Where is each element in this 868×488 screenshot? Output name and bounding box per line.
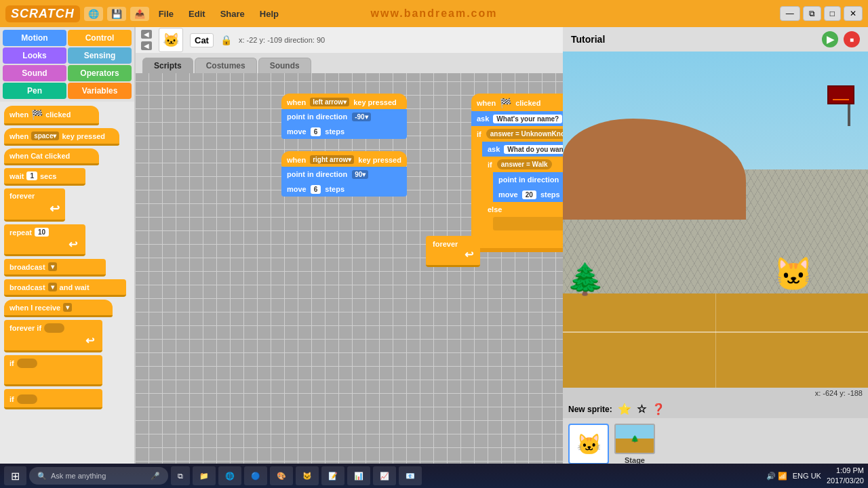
main-content: Motion Control Looks Sensing Sound Opera… [0, 27, 868, 488]
sprite-thumbnail: 🐱 [159, 28, 183, 52]
task-view-btn[interactable]: ⧉ [171, 466, 190, 485]
outlook-btn[interactable]: 📧 [399, 466, 422, 485]
block-move-6-steps-2[interactable]: move 6 steps [281, 182, 407, 197]
topbar-title: www.bandream.com [371, 7, 498, 20]
cat-looks[interactable]: Looks [3, 47, 66, 64]
globe-icon[interactable]: 🌐 [84, 7, 103, 21]
file-explorer-btn[interactable]: 📁 [193, 466, 216, 485]
block-point-90[interactable]: point in direction 90▾ [493, 172, 563, 187]
block-forever-canvas[interactable]: forever ↩ [426, 236, 480, 267]
tab-scripts[interactable]: Scripts [142, 58, 193, 73]
upload-icon[interactable]: 📤 [130, 7, 149, 21]
block-when-right-arrow[interactable]: when right arrow▾ key pressed [281, 151, 407, 167]
photoshop-btn[interactable]: 🎨 [270, 466, 293, 485]
script-canvas[interactable]: when left arrow▾ key pressed point in di… [136, 73, 563, 488]
star-icon-1[interactable]: ⭐ [618, 403, 631, 415]
stage-preview: 🌲 🐱 [563, 52, 868, 388]
block-move-6-steps-1[interactable]: move 6 steps [281, 124, 407, 139]
mic-icon[interactable]: 🎤 [151, 472, 160, 481]
window-maximize[interactable]: □ [824, 6, 841, 21]
cat-operators[interactable]: Operators [68, 65, 132, 81]
sprite-name[interactable]: Cat [190, 33, 214, 47]
window-minimize[interactable]: — [780, 6, 800, 21]
menu-help[interactable]: Help [254, 6, 284, 22]
block-when-left-arrow[interactable]: when left arrow▾ key pressed [281, 94, 407, 109]
block-when-flag-clicked[interactable]: when🏁clicked [4, 106, 99, 125]
cat-pen[interactable]: Pen [3, 83, 66, 99]
question-icon[interactable]: ❓ [652, 403, 665, 415]
center-panel: ◀ ◀ 🐱 Cat 🔒 x: -22 y: -109 direction: 90… [136, 27, 563, 488]
taskbar: ⊞ 🔍 Ask me anything 🎤 ⧉ 📁 🌐 🔵 🎨 🐱 📝 📊 📈 … [0, 464, 868, 488]
top-right-buttons: — ⧉ □ ✕ [780, 6, 863, 21]
view-toggle-2[interactable]: ◀ [141, 41, 152, 50]
stage-coordinates: x: -624 y: -188 [563, 388, 868, 400]
block-when-receive[interactable]: when I receive▾ [4, 300, 113, 317]
tab-costumes[interactable]: Costumes [195, 58, 257, 73]
block-point-dir-neg90[interactable]: point in direction -90▾ [281, 109, 407, 124]
script-group-ask: when 🏁 clicked ask What's your name? and… [471, 94, 563, 252]
script-group-right-arrow: when right arrow▾ key pressed point in d… [281, 151, 407, 197]
block-if[interactable]: if [4, 355, 102, 386]
court-floor [563, 293, 868, 388]
block-ask-what[interactable]: ask What do you want me to do? and wait [482, 142, 563, 157]
chrome-btn[interactable]: 🔵 [244, 466, 267, 485]
tab-sounds[interactable]: Sounds [258, 58, 311, 73]
block-forever-left[interactable]: forever ↩ [4, 188, 65, 222]
tutorial-title: Tutorial [571, 34, 605, 45]
cat-motion[interactable]: Motion [3, 30, 66, 46]
ppt-icon: 📈 [380, 472, 389, 481]
cat-variables[interactable]: Variables [68, 83, 132, 99]
edge-btn[interactable]: 🌐 [218, 466, 241, 485]
window-close[interactable]: ✕ [844, 6, 863, 21]
save-icon[interactable]: 💾 [107, 7, 126, 21]
menu-edit[interactable]: Edit [183, 6, 211, 22]
start-button[interactable]: ⊞ [4, 466, 26, 485]
sys-icons: 🔊 📶 [766, 472, 787, 481]
block-when-clicked-main[interactable]: when 🏁 clicked [471, 94, 563, 111]
view-toggle-1[interactable]: ◀ [141, 30, 152, 39]
categories-panel: Motion Control Looks Sensing Sound Opera… [0, 27, 134, 102]
sprite-header: ◀ ◀ 🐱 Cat 🔒 x: -22 y: -109 direction: 90 [136, 27, 563, 53]
word-icon: 📝 [328, 472, 338, 481]
empty-slot-1 [493, 217, 563, 230]
block-ask-name[interactable]: ask What's your name? and wait [471, 111, 563, 126]
block-move-20[interactable]: move 20 steps [493, 187, 563, 202]
tabs-bar: Scripts Costumes Sounds [136, 53, 563, 73]
chrome-icon: 🔵 [251, 472, 260, 481]
script-group-forever: forever ↩ [426, 236, 480, 267]
window-restore[interactable]: ⧉ [803, 6, 821, 21]
cat-control[interactable]: Control [68, 30, 132, 46]
blocks-area: when🏁clicked whenspace▾key pressed when … [0, 102, 134, 488]
block-when-sprite-clicked[interactable]: when Cat clicked [4, 148, 99, 165]
word-btn[interactable]: 📝 [321, 466, 344, 485]
block-broadcast[interactable]: broadcast▾ [4, 259, 106, 277]
date-display: 2017/03/20 [827, 476, 864, 486]
scratch-logo: SCRATCH [5, 5, 80, 22]
cat-sound[interactable]: Sound [3, 65, 66, 81]
block-broadcast-wait[interactable]: broadcast▾and wait [4, 279, 126, 297]
block-point-dir-90[interactable]: point in direction 90▾ [281, 167, 407, 182]
search-bar[interactable]: 🔍 Ask me anything 🎤 [29, 467, 168, 485]
star-icon-2[interactable]: ☆ [637, 403, 646, 415]
menu-share[interactable]: Share [215, 6, 250, 22]
menu-file[interactable]: File [153, 6, 179, 22]
right-panel: Tutorial ▶ ■ [563, 27, 868, 488]
block-if-walk[interactable]: if answer = Walk point in direction 90▾ … [482, 157, 563, 248]
cat-sprite-stage: 🐱 [773, 256, 814, 293]
cat-sensing[interactable]: Sensing [68, 47, 132, 64]
block-if-answer[interactable]: if answer = UnknownKnowledge ask What do… [471, 126, 563, 252]
block-forever-if[interactable]: forever if ↩ [4, 320, 102, 352]
powerpoint-btn[interactable]: 📈 [373, 466, 396, 485]
tree-sprite: 🌲 [566, 261, 604, 297]
scratch-taskbar-btn[interactable]: 🐱 [296, 466, 319, 485]
block-when-key-pressed[interactable]: whenspace▾key pressed [4, 128, 119, 146]
green-flag-button[interactable]: ▶ [822, 31, 838, 47]
block-if2[interactable]: if [4, 389, 102, 409]
stop-button[interactable]: ■ [844, 31, 860, 47]
empty-slot-2 [482, 230, 563, 244]
lock-icon[interactable]: 🔒 [220, 35, 232, 45]
outer-if-cap [471, 248, 563, 252]
block-repeat[interactable]: repeat10 ↩ [4, 224, 85, 256]
excel-btn[interactable]: 📊 [347, 466, 370, 485]
block-wait[interactable]: wait1secs [4, 168, 85, 186]
